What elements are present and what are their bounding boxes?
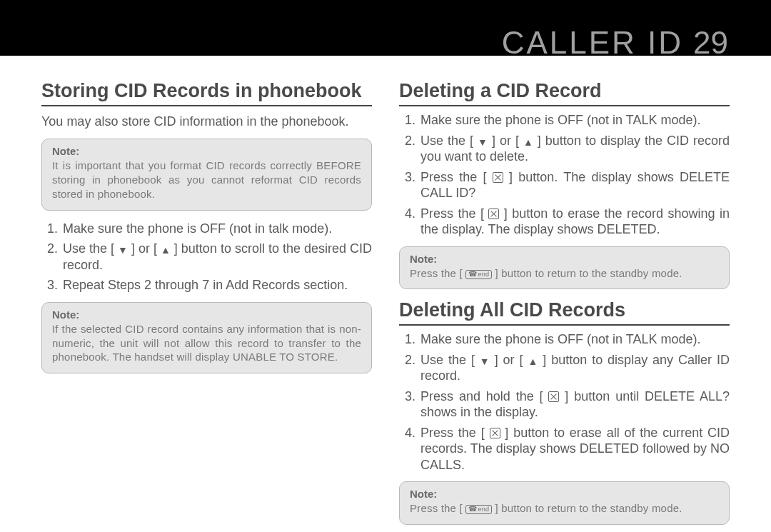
step-item: Make sure the phone is OFF (not in talk … [61, 221, 372, 237]
note-body: If the selected CID record contains any … [52, 322, 361, 364]
delete-icon [488, 209, 499, 219]
note-title: Note: [52, 145, 361, 157]
steps-list-delete-all: Make sure the phone is OFF (not in TALK … [399, 331, 730, 473]
header-title: CALLER ID [502, 25, 683, 60]
section-heading-delete-all: Deleting All CID Records [399, 299, 730, 326]
up-arrow-icon: ▲ [528, 356, 538, 366]
note-body: Press the [ ☎end ] button to return to t… [410, 501, 719, 516]
intro-text: You may also store CID information in th… [41, 114, 372, 130]
note-title: Note: [410, 253, 719, 265]
section-heading-storing: Storing CID Records in phonebook [41, 80, 372, 106]
note-body: It is important that you format CID reco… [52, 159, 361, 201]
step-item: Repeat Steps 2 through 7 in Add Records … [61, 277, 372, 293]
header-bar: CALLER ID29 [0, 0, 771, 56]
note-box-return-1: Note: Press the [ ☎end ] button to retur… [399, 246, 730, 290]
delete-icon [493, 172, 503, 183]
delete-icon [548, 391, 559, 402]
step-item: Press the [ ] button. The display shows … [419, 169, 730, 201]
up-arrow-icon: ▲ [523, 137, 533, 147]
step-item: Press and hold the [ ] button until DELE… [419, 388, 730, 421]
up-arrow-icon: ▲ [161, 245, 171, 255]
page-title: CALLER ID29 [502, 25, 728, 61]
end-button-icon: ☎end [465, 505, 492, 514]
steps-list-delete-one: Make sure the phone is OFF (not in TALK … [399, 112, 730, 238]
down-arrow-icon: ▼ [118, 245, 128, 255]
right-column: Deleting a CID Record Make sure the phon… [399, 70, 730, 532]
content-columns: Storing CID Records in phonebook You may… [0, 70, 771, 532]
note-title: Note: [52, 308, 361, 321]
page-number: 29 [693, 25, 728, 60]
note-title: Note: [410, 488, 719, 500]
note-box-format: Note: It is important that you format CI… [41, 139, 372, 210]
end-button-icon: ☎end [465, 270, 492, 279]
step-item: Press the [ ] button to erase the record… [419, 206, 730, 238]
left-column: Storing CID Records in phonebook You may… [41, 70, 372, 532]
down-arrow-icon: ▼ [478, 137, 488, 147]
step-item: Make sure the phone is OFF (not in TALK … [419, 112, 730, 129]
note-box-unable: Note: If the selected CID record contain… [41, 302, 372, 373]
steps-list-storing: Make sure the phone is OFF (not in talk … [41, 221, 372, 293]
note-box-return-2: Note: Press the [ ☎end ] button to retur… [399, 481, 730, 525]
step-item: Use the [ ▼ ] or [ ▲ ] button to scroll … [61, 241, 372, 273]
down-arrow-icon: ▼ [480, 356, 490, 366]
note-body: Press the [ ☎end ] button to return to t… [410, 266, 719, 281]
step-item: Press the [ ] button to erase all of the… [419, 425, 730, 473]
step-item: Use the [ ▼ ] or [ ▲ ] button to display… [419, 352, 730, 384]
delete-icon [490, 428, 500, 438]
step-item: Make sure the phone is OFF (not in TALK … [419, 331, 730, 348]
section-heading-delete-one: Deleting a CID Record [399, 80, 730, 106]
step-item: Use the [ ▼ ] or [ ▲ ] button to display… [419, 133, 730, 165]
